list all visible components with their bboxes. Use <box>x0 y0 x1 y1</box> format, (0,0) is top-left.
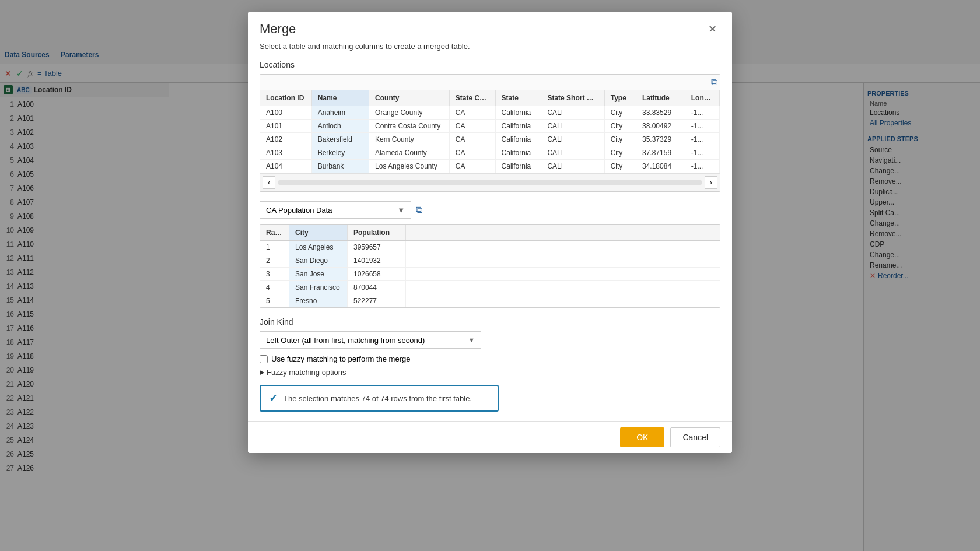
first-table-row: A104 Burbank Los Angeles County CA Calif… <box>260 160 720 173</box>
td-loc-id: A100 <box>260 106 312 119</box>
modal-header: Merge ✕ <box>248 12 732 42</box>
first-table-row: A103 Berkeley Alameda County CA Californ… <box>260 146 720 160</box>
td-state-short: CALI <box>541 106 604 119</box>
th-state-short-code[interactable]: State Short Code <box>541 90 604 106</box>
scroll-left-btn[interactable]: ‹ <box>262 176 275 189</box>
first-table-scroll-nav: ‹ › <box>260 173 720 191</box>
modal-description: Select a table and matching columns to c… <box>260 42 720 51</box>
fuzzy-matching-label: Use fuzzy matching to perform the merge <box>271 355 410 363</box>
first-table-row: A102 Bakersfield Kern County CA Californ… <box>260 133 720 146</box>
first-table-link-icon[interactable]: ⧉ <box>711 77 718 87</box>
th2-rank[interactable]: Rank <box>260 225 289 240</box>
second-table-dropdown[interactable]: CA Population Data ▼ <box>260 201 411 219</box>
scroll-track[interactable] <box>278 180 702 185</box>
th-type[interactable]: Type <box>605 90 636 106</box>
second-table-link-icon[interactable]: ⧉ <box>416 205 422 215</box>
td-state: California <box>496 106 542 119</box>
close-modal-button[interactable]: ✕ <box>704 21 720 37</box>
first-table-label: Locations <box>260 60 720 69</box>
second-table-row: 2 San Diego 1401932 <box>260 254 720 268</box>
td-state-code: CA <box>450 106 496 119</box>
modal-title: Merge <box>260 22 296 37</box>
join-kind-arrow-icon: ▼ <box>468 336 475 343</box>
td-type: City <box>605 106 636 119</box>
match-status-box: ✓ The selection matches 74 of 74 rows fr… <box>260 385 499 412</box>
fuzzy-matching-row: Use fuzzy matching to perform the merge <box>260 355 720 363</box>
td-lat: 33.83529 <box>636 106 685 119</box>
modal-footer: OK Cancel <box>248 421 732 453</box>
fuzzy-matching-checkbox[interactable] <box>260 355 268 363</box>
second-table-row: 3 San Jose 1026658 <box>260 268 720 281</box>
modal-overlay: Merge ✕ Select a table and matching colu… <box>0 0 980 551</box>
th-location-id[interactable]: Location ID <box>260 90 312 106</box>
match-check-icon: ✓ <box>269 392 278 405</box>
dropdown-arrow-icon: ▼ <box>397 206 405 215</box>
th-state-code[interactable]: State Code <box>450 90 496 106</box>
first-table-row: A101 Antioch Contra Costa County CA Cali… <box>260 120 720 133</box>
th-name[interactable]: Name <box>312 90 369 106</box>
join-kind-label: Join Kind <box>260 317 720 327</box>
th-state[interactable]: State <box>496 90 542 106</box>
td-long: -1... <box>685 106 720 119</box>
expander-triangle-icon: ▶ <box>260 368 264 376</box>
td-name: Anaheim <box>312 106 369 119</box>
second-table-container: Rank City Population 1 Los Angeles 39596… <box>260 224 720 308</box>
fuzzy-options-expander[interactable]: ▶ Fuzzy matching options <box>260 368 720 377</box>
th-county[interactable]: County <box>369 90 450 106</box>
second-table-selector-row: CA Population Data ▼ ⧉ <box>260 201 720 219</box>
fuzzy-options-label: Fuzzy matching options <box>267 368 346 377</box>
footer-buttons: OK Cancel <box>620 427 720 447</box>
scroll-right-btn[interactable]: › <box>705 176 718 189</box>
th-latitude[interactable]: Latitude <box>636 90 685 106</box>
second-table-row: 5 Fresno 522277 <box>260 294 720 307</box>
second-table-row: 4 San Francisco 870044 <box>260 281 720 294</box>
merge-modal: Merge ✕ Select a table and matching colu… <box>248 12 732 453</box>
modal-body: Select a table and matching columns to c… <box>248 42 732 421</box>
th2-population[interactable]: Population <box>348 225 406 240</box>
first-table-container: ⧉ Location ID Name County State Code Sta… <box>260 74 720 192</box>
second-table-header: Rank City Population <box>260 225 720 241</box>
second-table-row: 1 Los Angeles 3959657 <box>260 241 720 254</box>
td-county: Orange County <box>369 106 450 119</box>
th-longitude[interactable]: Long... <box>685 90 720 106</box>
cancel-button[interactable]: Cancel <box>670 427 720 447</box>
first-table-row: A100 Anaheim Orange County CA California… <box>260 106 720 120</box>
ok-button[interactable]: OK <box>620 427 664 447</box>
first-table-header: Location ID Name County State Code State… <box>260 90 720 106</box>
join-kind-dropdown[interactable]: Left Outer (all from first, matching fro… <box>260 331 481 349</box>
th2-city[interactable]: City <box>289 225 348 240</box>
match-status-text: The selection matches 74 of 74 rows from… <box>284 394 472 403</box>
